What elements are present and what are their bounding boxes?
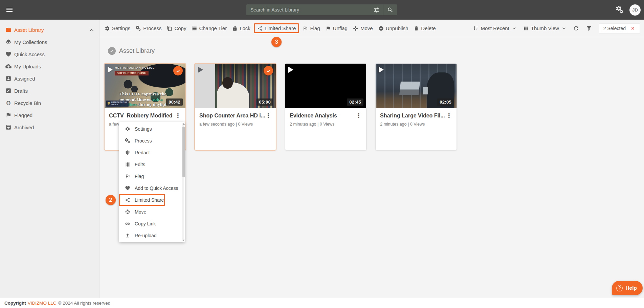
admin-gears-icon[interactable] <box>616 6 624 14</box>
menu-item-copy-link[interactable]: Copy Link <box>119 218 185 229</box>
refresh-icon[interactable] <box>573 25 579 31</box>
video-thumbnail[interactable]: METROPOLITAN POLICE SHEPHERDS BUSH This … <box>105 64 185 108</box>
sidebar-item-quick-access[interactable]: Quick Access <box>0 48 99 60</box>
filter-funnel-icon[interactable] <box>586 25 592 31</box>
card-sharing-large-video: 02:05 Sharing Large Video Fil... ⋮ 2 min… <box>376 64 457 150</box>
context-menu: Settings Process Redact Edits Flag Add t… <box>119 122 185 242</box>
unflag-button[interactable]: Unflag <box>323 23 350 33</box>
kebab-menu-icon[interactable]: ⋮ <box>175 113 181 119</box>
sidebar-item-my-uploads[interactable]: My Uploads <box>0 60 99 72</box>
settings-button-label: Settings <box>112 25 130 31</box>
toolbar: Settings Process Copy Change Tier Lock L… <box>100 20 644 37</box>
menu-item-limited-share[interactable]: Limited Share 2 <box>119 194 185 206</box>
flag-button[interactable]: Flag <box>300 23 323 33</box>
selected-check-icon[interactable] <box>173 66 183 75</box>
sidebar-item-label: Quick Access <box>14 51 45 57</box>
video-title[interactable]: Shop Counter Area HD i... <box>199 113 265 119</box>
chevron-down-icon <box>512 26 517 31</box>
minus-circle-icon <box>378 26 384 31</box>
copy-button[interactable]: Copy <box>164 23 189 33</box>
chevron-down-icon <box>561 26 567 31</box>
delete-button[interactable]: Delete <box>411 23 438 33</box>
sidebar-items: Asset Library My Collections Quick Acces… <box>0 20 99 133</box>
kebab-menu-icon[interactable]: ⋮ <box>446 113 452 119</box>
video-meta: 2 minutes ago | 0 Views <box>290 122 362 127</box>
scroll-down-icon[interactable] <box>183 240 185 241</box>
video-thumbnail[interactable]: 02:05 <box>376 64 457 108</box>
change-tier-button[interactable]: Change Tier <box>189 23 229 33</box>
menu-item-redact[interactable]: Redact <box>119 147 185 158</box>
company-link[interactable]: VIDIZMO LLC <box>28 301 57 306</box>
clear-selection-icon[interactable] <box>630 26 635 31</box>
sort-dropdown[interactable]: Most Recent <box>473 25 517 31</box>
menu-item-re-upload[interactable]: Re-upload <box>119 229 185 241</box>
search-input[interactable] <box>246 7 370 13</box>
video-title[interactable]: Sharing Large Video Fil... <box>380 113 446 119</box>
cctv-header-text: METROPOLITAN POLICE <box>115 66 155 69</box>
cloud-upload-icon <box>5 63 12 69</box>
lock-button[interactable]: Lock <box>229 23 253 33</box>
menu-scrollbar-thumb[interactable] <box>182 127 185 177</box>
tier-icon <box>192 26 197 31</box>
sidebar-item-archived[interactable]: Archived <box>0 121 99 133</box>
sidebar-item-recycle-bin[interactable]: ♻ Recycle Bin <box>0 97 99 109</box>
delete-button-label: Delete <box>421 25 436 31</box>
scroll-up-icon[interactable] <box>183 123 185 125</box>
menu-item-settings[interactable]: Settings <box>119 123 185 135</box>
police-badge-text: METROPOLITAN POLICE <box>111 101 127 106</box>
kebab-menu-icon[interactable]: ⋮ <box>265 113 271 119</box>
thumbnail-glass <box>423 87 428 94</box>
lock-button-label: Lock <box>240 25 250 31</box>
archive-icon <box>5 124 12 130</box>
avatar[interactable]: JD <box>629 4 641 16</box>
advanced-search-icon[interactable] <box>370 4 383 15</box>
help-label: Help <box>625 285 637 291</box>
sidebar-item-asset-library[interactable]: Asset Library <box>0 24 99 36</box>
menu-item-flag[interactable]: Flag <box>119 170 185 182</box>
sidebar-item-label: Recycle Bin <box>14 100 41 106</box>
duration-badge: 02:45 <box>347 98 363 106</box>
menu-item-add-to-quick-access[interactable]: Add to Quick Access <box>119 182 185 194</box>
menu-item-edits[interactable]: Edits <box>119 158 185 170</box>
chevron-up-icon[interactable] <box>89 27 95 33</box>
move-button[interactable]: Move <box>350 23 376 33</box>
move-icon <box>353 26 358 31</box>
thumbnail-figure-head <box>222 77 233 89</box>
copy-icon <box>167 26 172 31</box>
kebab-menu-icon[interactable]: ⋮ <box>356 113 362 119</box>
copy-button-label: Copy <box>174 25 186 31</box>
menu-item-move[interactable]: Move <box>119 206 185 218</box>
help-button[interactable]: ? Help <box>612 281 643 295</box>
step-2-badge: 2 <box>106 195 116 205</box>
video-thumbnail[interactable]: 05:00 <box>195 64 276 108</box>
hamburger-menu-icon[interactable] <box>5 6 14 14</box>
sidebar-item-my-collections[interactable]: My Collections <box>0 36 99 48</box>
card-info: Evidence Analysis ⋮ 2 minutes ago | 0 Vi… <box>285 108 366 127</box>
heart-icon <box>125 185 130 191</box>
section-check-icon[interactable] <box>108 47 116 55</box>
settings-button[interactable]: Settings <box>102 23 133 33</box>
caption-text: rob a <box>153 97 163 102</box>
video-title[interactable]: CCTV_Robbery Modified <box>109 113 175 119</box>
sidebar-item-label: My Collections <box>14 39 47 45</box>
search-icon[interactable] <box>383 4 397 15</box>
view-dropdown[interactable]: Thumb View <box>523 25 567 31</box>
limited-share-highlight-box: Limited Share 3 <box>254 23 299 33</box>
grid-view-icon <box>523 26 529 31</box>
sidebar-item-assigned[interactable]: Assigned <box>0 72 99 85</box>
sidebar-item-flagged[interactable]: Flagged <box>0 109 99 121</box>
shield-icon <box>125 150 130 155</box>
card-shop-counter: 05:00 Shop Counter Area HD i... ⋮ a few … <box>195 64 276 150</box>
process-button[interactable]: Process <box>133 23 164 33</box>
limited-share-button[interactable]: Limited Share <box>255 24 298 32</box>
menu-item-process[interactable]: Process <box>119 135 185 147</box>
film-icon <box>125 162 130 167</box>
card-info: Sharing Large Video Fil... ⋮ 2 minutes a… <box>376 108 457 127</box>
sidebar-item-drafts[interactable]: Drafts <box>0 85 99 97</box>
video-thumbnail[interactable]: 02:45 <box>285 64 366 108</box>
heart-icon <box>5 51 12 57</box>
unpublish-button[interactable]: Unpublish <box>376 23 411 33</box>
selected-check-icon[interactable] <box>264 66 273 75</box>
toolbar-right: Most Recent Thumb View 2 Selected <box>473 23 641 34</box>
video-title[interactable]: Evidence Analysis <box>290 113 356 119</box>
